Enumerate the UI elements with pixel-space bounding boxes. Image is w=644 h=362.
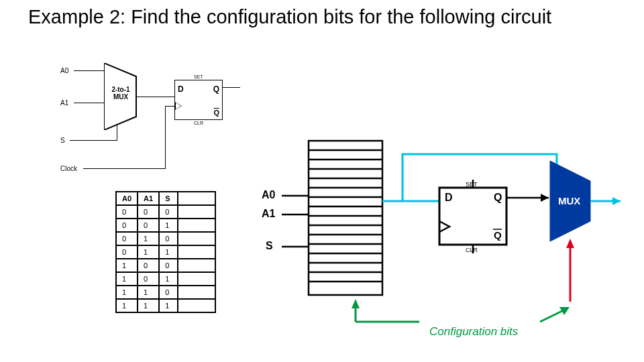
pin-set: SET <box>194 74 203 79</box>
mux-label: 2-to-1 MUX <box>107 86 134 101</box>
configuration-bits-label: Configuration bits <box>429 325 518 339</box>
svg-text:CLR: CLR <box>466 247 478 253</box>
slide-title: Example 2: Find the configuration bits f… <box>28 5 551 29</box>
table-cell: 0 <box>116 219 138 232</box>
table-cell: 1 <box>159 272 178 286</box>
table-row: 001 <box>116 219 215 232</box>
col-a0: A0 <box>116 192 138 205</box>
table-cell: 0 <box>159 205 178 219</box>
table-cell: 1 <box>138 245 159 259</box>
table-row: 011 <box>116 245 215 259</box>
table-cell: 0 <box>138 205 159 219</box>
svg-marker-37 <box>566 239 574 248</box>
table-cell: 1 <box>116 259 138 272</box>
table-cell: 1 <box>159 299 178 312</box>
label-clock: Clock <box>60 165 77 172</box>
svg-text:D: D <box>445 192 453 203</box>
pin-q: Q <box>213 84 219 94</box>
table-cell: 1 <box>116 299 138 312</box>
label-s: S <box>60 137 65 144</box>
svg-text:MUX: MUX <box>558 195 580 206</box>
diagram-svg: D Q Q SET CLR MUX <box>268 134 631 349</box>
svg-marker-31 <box>541 194 549 202</box>
table-cell: 0 <box>159 259 178 272</box>
table-cell <box>178 259 215 272</box>
table-cell: 0 <box>116 232 138 245</box>
table-header-row: A0 A1 S <box>116 192 215 205</box>
table-cell: 0 <box>159 286 178 299</box>
table-row: 000 <box>116 205 215 219</box>
table-cell: 0 <box>138 272 159 286</box>
table-row: 111 <box>116 299 215 312</box>
d-flipflop-small: D Q Q SET CLR <box>174 80 223 120</box>
table-cell: 0 <box>116 205 138 219</box>
svg-text:Q: Q <box>494 229 502 241</box>
label-a1: A1 <box>60 99 68 107</box>
col-a1: A1 <box>138 192 159 205</box>
table-cell <box>178 245 215 259</box>
svg-marker-35 <box>612 197 621 205</box>
table-cell: 1 <box>159 219 178 232</box>
table-row: 100 <box>116 259 215 272</box>
table-cell <box>178 299 215 312</box>
table-cell: 0 <box>159 232 178 245</box>
svg-text:Q: Q <box>494 192 502 203</box>
table-row: 010 <box>116 232 215 245</box>
table-cell <box>178 219 215 232</box>
table-cell: 0 <box>138 259 159 272</box>
table-cell: 1 <box>138 299 159 312</box>
pin-qbar: Q <box>213 109 219 117</box>
table-cell <box>178 286 215 299</box>
table-cell: 0 <box>116 245 138 259</box>
table-cell: 1 <box>138 286 159 299</box>
svg-marker-40 <box>352 299 360 308</box>
clock-triangle-icon <box>175 102 182 110</box>
table-row: 101 <box>116 272 215 286</box>
top-circuit-diagram: A0 A1 S Clock 2-to-1 MUX D Q Q SET CLR <box>60 63 262 174</box>
table-cell <box>178 205 215 219</box>
col-out <box>178 192 215 205</box>
truth-table: A0 A1 S 000001010011100101110111 <box>115 191 216 313</box>
table-cell: 1 <box>116 272 138 286</box>
pin-d: D <box>178 84 184 94</box>
table-cell <box>178 232 215 245</box>
svg-text:SET: SET <box>466 181 478 188</box>
fpga-lut-diagram: A0 A1 S <box>268 134 631 349</box>
table-cell <box>178 272 215 286</box>
table-cell: 1 <box>159 245 178 259</box>
label-a0: A0 <box>60 67 68 74</box>
table-cell: 1 <box>138 232 159 245</box>
table-cell: 0 <box>138 219 159 232</box>
table-row: 110 <box>116 286 215 299</box>
pin-clr: CLR <box>194 121 203 125</box>
col-s: S <box>159 192 178 205</box>
table-cell: 1 <box>116 286 138 299</box>
